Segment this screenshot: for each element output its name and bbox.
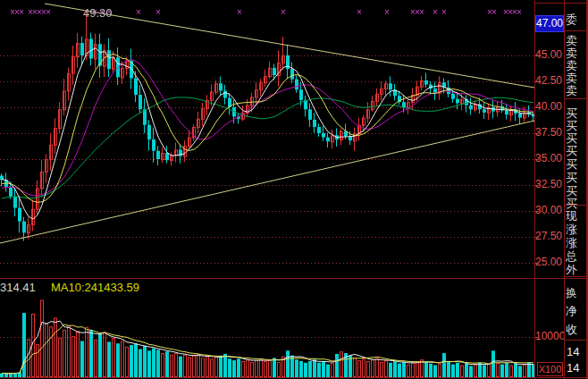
sidebar-quote-label: 买: [566, 119, 587, 132]
event-marker-icon: ×: [441, 8, 448, 17]
sidebar-quote-label: 卖: [566, 72, 587, 85]
price-scale-label: 37.50: [535, 127, 562, 139]
event-marker-icon: ×: [155, 8, 162, 17]
sidebar-quote-label: 买: [566, 157, 587, 171]
event-marker-icon: ×: [236, 8, 243, 17]
sidebar-quote-label: 卖: [566, 46, 587, 60]
price-scale-label: 27.50: [535, 231, 562, 242]
sidebar-quote-label: 总: [566, 249, 587, 263]
event-marker-icon: ×: [135, 8, 142, 17]
sidebar-quote-label: 买: [566, 184, 587, 198]
sidebar-quote-label: 买: [566, 131, 587, 145]
volume-scale-tick: [535, 337, 539, 338]
sidebar-quote-label: 净: [566, 304, 587, 317]
sidebar-quote-label: 委: [566, 13, 587, 26]
sidebar-divider: [564, 276, 587, 277]
scale-top-price-box: 47.00: [535, 15, 564, 32]
volume-chart-canvas[interactable]: [0, 297, 535, 378]
stock-chart-window: ×××××××××××××××××××××××××××× 49.30 314.4…: [0, 0, 588, 379]
sidebar-quote-label: 卖: [566, 34, 587, 47]
sidebar-quote-label: 收: [566, 323, 587, 336]
sidebar-divider: [564, 30, 587, 31]
sidebar-time-value: 14: [567, 361, 588, 375]
price-chart-canvas[interactable]: [0, 0, 535, 278]
price-scale-label: 45.00: [535, 49, 562, 61]
sidebar-quote-label: 涨: [566, 223, 587, 236]
event-marker-icon: ×: [516, 8, 523, 17]
sidebar-divider: [564, 340, 587, 341]
sidebar-divider: [564, 205, 587, 206]
sidebar-quote-label: 现: [566, 209, 587, 223]
price-scale-label: 30.00: [535, 205, 562, 216]
sidebar-quote-label: 涨: [566, 236, 587, 249]
price-scale-label: 42.50: [535, 75, 562, 87]
volume-multiplier-box[interactable]: X100: [537, 362, 563, 376]
event-marker-icon: ×: [383, 8, 391, 17]
sidebar-divider: [564, 98, 587, 99]
sidebar-quote-label: 买: [566, 144, 587, 157]
chart-scale-divider: [534, 0, 535, 379]
panel-divider: [0, 278, 588, 279]
sidebar-quote-label: 买: [566, 106, 587, 120]
top-border: [534, 3, 588, 4]
scale-sidebar-divider: [564, 0, 565, 379]
event-marker-icon: ×: [280, 8, 287, 17]
event-marker-icon: ×: [356, 8, 363, 17]
sidebar-quote-label: 卖: [566, 59, 587, 72]
bottom-axis-line: [0, 377, 588, 378]
event-marker-icon: ×: [491, 8, 498, 17]
volume-ma10-value: MA10:241433.59: [51, 281, 139, 294]
sidebar-quote-label: 买: [566, 197, 587, 210]
volume-ma5-value: 314.41: [0, 281, 36, 294]
event-marker-icon: ×: [45, 8, 52, 17]
event-marker-icon: ×: [418, 8, 425, 17]
sidebar-quote-label: 买: [566, 171, 587, 184]
sidebar-time-value: 14: [567, 345, 588, 358]
peak-price-label: 49.30: [83, 7, 113, 19]
sidebar-quote-label: 外: [566, 263, 587, 276]
sidebar-quote-label: 卖: [566, 84, 587, 97]
price-scale-label: 25.00: [535, 257, 562, 268]
price-scale-label: 40.00: [535, 101, 562, 113]
price-scale-label: 32.50: [535, 179, 562, 190]
event-marker-icon: ×: [18, 8, 25, 17]
sidebar-quote-label: 换: [566, 286, 587, 299]
event-marker-icon: ×: [432, 8, 439, 17]
price-scale-label: 35.00: [535, 153, 562, 164]
volume-scale-label: 10000: [535, 331, 562, 342]
